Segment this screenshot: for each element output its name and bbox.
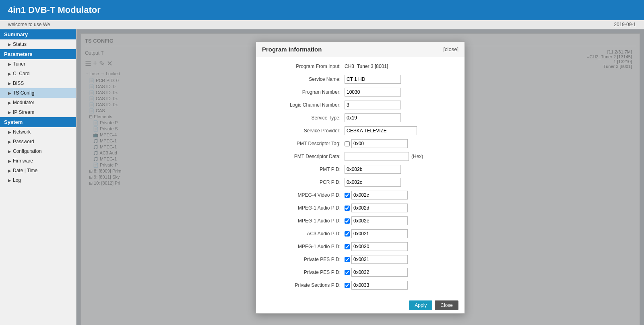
dialog-close-link[interactable]: [close] [443,46,458,52]
sidebar: Summary ▶ Status Parameters ▶ Tuner ▶ CI… [0,29,76,325]
sidebar-item-date-time[interactable]: ▶ Date | Time [0,166,76,175]
sidebar-parameters-title: Parameters [0,49,76,59]
mpeg1-audio2-pid-checkbox[interactable] [345,218,350,224]
sidebar-item-status[interactable]: ▶ Status [0,39,76,49]
private-sections-pid-checkbox[interactable] [345,283,350,288]
service-name-input[interactable] [345,75,401,84]
pmt-descriptor-tag-checkbox-group [345,139,408,148]
sidebar-system-title: System [0,117,76,127]
pmt-descriptor-data-input[interactable] [345,152,409,161]
close-button[interactable]: Close [435,300,458,310]
pmt-pid-row: PMT PID: [264,164,456,175]
program-from-input-label: Program From Input: [264,64,345,69]
pmt-descriptor-data-label: PMT Descriptor Data: [264,154,345,159]
mpeg1-audio2-pid-label: MPEG-1 Audio PID: [264,218,345,224]
sidebar-item-biss[interactable]: ▶ BISS [0,78,76,88]
private-sections-pid-label: Private Sections PID: [264,282,345,288]
arrow-icon: ▶ [8,178,11,183]
sidebar-item-label: Firmware [13,158,33,164]
private-pes1-pid-checkbox[interactable] [345,257,350,262]
mpeg4-video-pid-input[interactable] [351,191,408,200]
arrow-icon: ▶ [8,81,11,86]
private-sections-pid-group [345,281,408,290]
service-name-row: Service Name: [264,74,456,84]
arrow-icon: ▶ [8,42,11,47]
program-from-input-row: Program From Input: CH3_Tuner 3 [8001] [264,61,456,72]
private-pes1-pid-row: Private PES PID: [264,254,456,265]
private-pes2-pid-input[interactable] [351,268,408,277]
pcr-pid-row: PCR PID: [264,177,456,187]
logic-channel-number-row: Logic Channel Number: [264,100,456,110]
mpeg1-audio1-pid-row: MPEG-1 Audio PID: [264,203,456,213]
service-type-input[interactable] [345,113,401,122]
sidebar-item-label: Password [13,139,34,144]
service-name-label: Service Name: [264,76,345,82]
mpeg1-audio1-pid-input[interactable] [351,204,408,212]
dialog-footer: Apply Close [256,297,464,313]
pcr-pid-input[interactable] [345,178,401,187]
arrow-icon: ▶ [8,149,11,154]
pmt-descriptor-tag-input[interactable] [351,139,408,148]
mpeg1-audio2-pid-row: MPEG-1 Audio PID: [264,216,456,226]
sidebar-item-configuration[interactable]: ▶ Configuration [0,146,76,156]
mpeg1-audio3-pid-input[interactable] [351,242,408,251]
datetime-text: 2019-09-1 [614,22,636,27]
pmt-pid-label: PMT PID: [264,167,345,172]
mpeg1-audio3-pid-checkbox[interactable] [345,244,350,249]
sidebar-item-tuner[interactable]: ▶ Tuner [0,59,76,69]
mpeg4-video-pid-checkbox[interactable] [345,193,350,198]
service-provider-row: Service Provider: [264,125,456,136]
mpeg1-audio1-pid-group [345,204,408,212]
sidebar-item-label: TS Config [13,90,34,96]
sidebar-item-firmware[interactable]: ▶ Firmware [0,156,76,166]
sidebar-item-ip-stream[interactable]: ▶ IP Stream [0,107,76,117]
pmt-descriptor-tag-label: PMT Descriptor Tag: [264,141,345,146]
pmt-descriptor-data-row: PMT Descriptor Data: (Hex) [264,151,456,162]
pmt-pid-input[interactable] [345,165,401,174]
subheader: welcome to use We 2019-09-1 [0,20,644,29]
ac3-audio-pid-group [345,229,408,238]
mpeg1-audio1-pid-checkbox[interactable] [345,206,350,211]
sidebar-item-log[interactable]: ▶ Log [0,175,76,185]
arrow-icon: ▶ [8,91,11,95]
logic-channel-number-label: Logic Channel Number: [264,102,345,108]
pmt-descriptor-tag-row: PMT Descriptor Tag: [264,138,456,149]
sidebar-item-network[interactable]: ▶ Network [0,127,76,137]
program-number-input[interactable] [345,88,401,97]
program-number-row: Program Number: [264,87,456,97]
sidebar-item-label: Modulator [13,100,34,105]
sidebar-item-ci-card[interactable]: ▶ CI Card [0,69,76,78]
apply-button[interactable]: Apply [409,300,432,310]
mpeg1-audio2-pid-input[interactable] [351,216,408,225]
sidebar-item-label: BISS [13,80,24,86]
mpeg1-audio3-pid-row: MPEG-1 Audio PID: [264,241,456,252]
sidebar-item-password[interactable]: ▶ Password [0,137,76,146]
arrow-icon: ▶ [8,101,11,105]
sidebar-item-modulator[interactable]: ▶ Modulator [0,98,76,107]
arrow-icon: ▶ [8,140,11,144]
ac3-audio-pid-label: AC3 Audio PID: [264,231,345,237]
app-title: 4in1 DVB-T Modulator [8,5,101,15]
ac3-audio-pid-checkbox[interactable] [345,231,350,237]
sidebar-item-label: Configuration [13,148,41,154]
dialog-header: Program Information [close] [256,42,464,57]
app-header: 4in1 DVB-T Modulator [0,0,644,20]
program-info-dialog: Program Information [close] Program From… [256,41,465,314]
sidebar-item-ts-config[interactable]: ▶ TS Config [0,88,76,98]
dialog-body: Program From Input: CH3_Tuner 3 [8001] S… [256,57,464,297]
private-pes2-pid-checkbox[interactable] [345,270,350,275]
main-content: TS CONFIG Output T ☰ + ✎ ✕ →Lose → Locke… [76,29,644,325]
private-pes1-pid-label: Private PES PID: [264,257,345,262]
logic-channel-number-input[interactable] [345,101,401,109]
ac3-audio-pid-input[interactable] [351,229,408,238]
private-pes2-pid-row: Private PES PID: [264,267,456,278]
program-from-input-value: CH3_Tuner 3 [8001] [345,64,388,69]
service-provider-input[interactable] [345,126,417,135]
private-sections-pid-input[interactable] [351,281,408,290]
private-pes2-pid-group [345,268,408,277]
ac3-audio-pid-row: AC3 Audio PID: [264,228,456,239]
private-sections-pid-row: Private Sections PID: [264,280,456,290]
pmt-descriptor-tag-checkbox[interactable] [345,141,350,146]
sidebar-summary-title: Summary [0,29,76,39]
private-pes1-pid-input[interactable] [351,255,408,264]
